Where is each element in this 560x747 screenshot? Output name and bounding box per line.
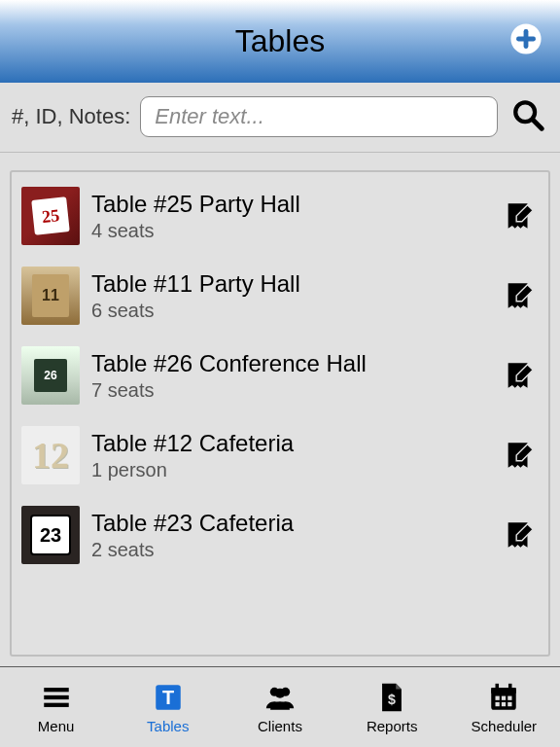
svg-rect-2 bbox=[516, 37, 536, 42]
people-icon bbox=[263, 681, 297, 714]
table-seats: 1 person bbox=[91, 459, 488, 481]
svg-rect-7 bbox=[44, 702, 69, 706]
table-thumbnail: 12 bbox=[21, 426, 80, 484]
row-text: Table #26 Conference Hall 7 seats bbox=[91, 350, 488, 402]
table-title: Table #25 Party Hall bbox=[91, 191, 488, 218]
svg-rect-5 bbox=[44, 688, 69, 692]
row-text: Table #12 Cafeteria 1 person bbox=[91, 430, 488, 481]
tables-list[interactable]: 25 Table #25 Party Hall 4 seats 11 Table… bbox=[10, 170, 550, 657]
svg-rect-21 bbox=[496, 702, 500, 706]
edit-note-icon bbox=[503, 518, 536, 551]
table-seats: 7 seats bbox=[91, 379, 488, 402]
svg-text:$: $ bbox=[388, 692, 396, 707]
table-title: Table #11 Party Hall bbox=[91, 270, 488, 298]
search-bar: #, ID, Notes: bbox=[0, 83, 560, 154]
row-text: Table #25 Party Hall 4 seats bbox=[91, 191, 488, 242]
edit-button[interactable] bbox=[500, 439, 539, 472]
add-button[interactable] bbox=[509, 22, 542, 59]
table-thumbnail: 23 bbox=[21, 506, 80, 564]
table-title: Table #12 Cafeteria bbox=[91, 430, 488, 457]
app-root: Tables #, ID, Notes: 25 Table #25 Part bbox=[0, 0, 560, 747]
tab-clients[interactable]: Clients bbox=[224, 681, 335, 734]
svg-rect-23 bbox=[508, 702, 512, 706]
table-title: Table #26 Conference Hall bbox=[91, 350, 488, 377]
svg-rect-18 bbox=[496, 695, 500, 699]
thumb-number: 11 bbox=[32, 274, 69, 317]
hamburger-icon bbox=[40, 681, 73, 714]
svg-rect-20 bbox=[508, 695, 512, 699]
thumb-number: 12 bbox=[32, 434, 69, 477]
table-row[interactable]: 26 Table #26 Conference Hall 7 seats bbox=[18, 336, 542, 415]
table-thumbnail: 26 bbox=[21, 346, 80, 405]
table-title: Table #23 Cafeteria bbox=[91, 510, 488, 537]
thumb-number: 26 bbox=[34, 359, 67, 392]
tab-label: Menu bbox=[38, 718, 75, 734]
tab-tables[interactable]: T Tables bbox=[112, 681, 224, 734]
table-row[interactable]: 25 Table #25 Party Hall 4 seats bbox=[18, 176, 542, 256]
report-icon: $ bbox=[375, 681, 408, 714]
table-seats: 4 seats bbox=[91, 220, 488, 242]
table-row[interactable]: 11 Table #11 Party Hall 6 seats bbox=[18, 256, 542, 336]
tab-label: Reports bbox=[367, 718, 418, 734]
edit-note-icon bbox=[503, 199, 536, 232]
table-row[interactable]: 23 Table #23 Cafeteria 2 seats bbox=[18, 495, 542, 575]
svg-text:T: T bbox=[162, 687, 174, 708]
table-row[interactable]: 12 Table #12 Cafeteria 1 person bbox=[18, 415, 542, 495]
edit-button[interactable] bbox=[500, 199, 539, 232]
row-text: Table #11 Party Hall 6 seats bbox=[91, 270, 488, 322]
calendar-icon bbox=[487, 681, 520, 714]
search-button[interactable] bbox=[511, 98, 544, 135]
svg-point-12 bbox=[275, 688, 285, 697]
svg-line-4 bbox=[533, 120, 542, 128]
svg-rect-19 bbox=[502, 695, 506, 699]
search-icon bbox=[511, 98, 544, 131]
tab-menu[interactable]: Menu bbox=[0, 681, 112, 734]
search-input[interactable] bbox=[140, 96, 498, 137]
table-thumbnail: 11 bbox=[21, 267, 80, 325]
plus-circle-icon bbox=[509, 22, 542, 55]
svg-rect-16 bbox=[496, 684, 500, 691]
svg-rect-15 bbox=[492, 688, 517, 694]
tab-label: Scheduler bbox=[472, 718, 538, 734]
table-seats: 2 seats bbox=[91, 539, 488, 561]
table-seats: 6 seats bbox=[91, 300, 488, 322]
edit-note-icon bbox=[503, 439, 536, 472]
edit-button[interactable] bbox=[500, 279, 539, 312]
page-title: Tables bbox=[235, 23, 326, 59]
edit-button[interactable] bbox=[500, 359, 539, 392]
edit-note-icon bbox=[503, 359, 536, 392]
edit-note-icon bbox=[503, 279, 536, 312]
list-area: 25 Table #25 Party Hall 4 seats 11 Table… bbox=[0, 153, 560, 666]
tab-scheduler[interactable]: Scheduler bbox=[448, 681, 560, 734]
table-thumbnail: 25 bbox=[21, 187, 80, 245]
tab-label: Tables bbox=[147, 718, 189, 734]
header-bar: Tables bbox=[0, 0, 560, 83]
tab-label: Clients bbox=[258, 718, 302, 734]
svg-rect-17 bbox=[508, 684, 512, 691]
tab-reports[interactable]: $ Reports bbox=[336, 681, 448, 734]
tables-icon: T bbox=[152, 681, 185, 714]
thumb-number: 23 bbox=[30, 515, 71, 555]
search-label: #, ID, Notes: bbox=[12, 104, 130, 129]
svg-rect-22 bbox=[502, 702, 506, 706]
svg-rect-6 bbox=[44, 695, 69, 699]
thumb-number: 25 bbox=[31, 197, 70, 236]
edit-button[interactable] bbox=[500, 518, 539, 551]
bottom-tabbar: Menu T Tables Clients $ Reports bbox=[0, 666, 560, 747]
row-text: Table #23 Cafeteria 2 seats bbox=[91, 510, 488, 561]
